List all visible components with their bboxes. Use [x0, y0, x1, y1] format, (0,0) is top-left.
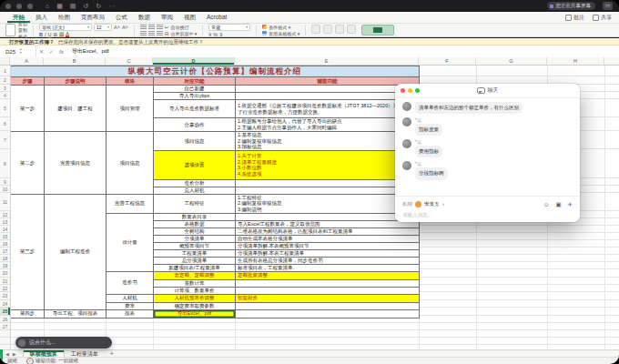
- cell-C12[interactable]: 设计量: [107, 213, 154, 271]
- column-header-C[interactable]: C: [106, 57, 153, 65]
- column-header-D[interactable]: D: [153, 57, 235, 65]
- currency-format-icon[interactable]: ¥: [208, 32, 211, 37]
- increase-font-icon[interactable]: A˄: [114, 25, 120, 30]
- column-header-E[interactable]: E: [235, 57, 419, 65]
- cell-E12[interactable]: [236, 213, 420, 220]
- row-header-5[interactable]: 5: [0, 99, 10, 117]
- row-header-6[interactable]: 6: [0, 117, 10, 131]
- comma-format-icon[interactable]: 9: [219, 32, 222, 37]
- confirm-entry-icon[interactable]: ✓: [49, 48, 54, 55]
- column-header-H[interactable]: H: [547, 57, 604, 65]
- accessibility-status[interactable]: ✓ 辅助功能: 一切就绪: [26, 358, 78, 364]
- cell-D21[interactable]: 基数计算: [154, 279, 236, 287]
- chat-input[interactable]: 请输入消息...: [402, 209, 573, 222]
- ribbon-tab-视图[interactable]: 视图: [178, 12, 201, 23]
- align-middle-icon[interactable]: [148, 31, 155, 35]
- undo-icon[interactable]: ↺: [83, 0, 88, 12]
- cell-E5[interactable]: 1.依据交通部《公路工程建设项目造价数据标准（JTGT 3812—2020）》，…: [236, 100, 420, 118]
- align-right-icon[interactable]: [157, 25, 163, 29]
- cell-C24[interactable]: 费率: [107, 302, 154, 309]
- row-header-22[interactable]: 22: [0, 285, 10, 292]
- home-icon[interactable]: ⌂: [46, 0, 49, 12]
- cell-E8[interactable]: 1.关于计算 2.清单工程量精度 3.小数位数 4.系统选项: [236, 150, 420, 179]
- decrease-font-icon[interactable]: A˅: [122, 25, 128, 30]
- cell-D16[interactable]: 概预算项目节: [154, 242, 236, 249]
- column-header-B[interactable]: B: [44, 57, 106, 65]
- align-left-icon[interactable]: [140, 25, 147, 29]
- number-format-select[interactable]: 常规▾: [208, 24, 250, 31]
- paste-button[interactable]: [5, 24, 15, 36]
- cell-E6[interactable]: 1.根据账号分享给他人，代替了导入导出的缺点 2.主编人根据节点分享协作人，大家…: [236, 118, 420, 132]
- cell-A7[interactable]: 第二步: [11, 132, 45, 195]
- row-header-7[interactable]: 7: [0, 131, 10, 149]
- ribbon-extra-button[interactable]: [335, 25, 344, 34]
- screen-sharing-indicator[interactable]: 您正在共享屏幕: [547, 2, 596, 10]
- cell-E20[interactable]: 定额批量调整: [236, 271, 420, 279]
- cell-E25[interactable]: [236, 309, 420, 318]
- cell-D20[interactable]: 套定额、定额调整: [154, 271, 236, 279]
- cell-E18[interactable]: 生成所有表格总分项清单，同步造价书: [236, 257, 420, 264]
- row-header-8[interactable]: 8: [0, 149, 10, 178]
- comments-button[interactable]: 批注: [565, 14, 584, 22]
- borders-icon[interactable]: ⊞: [54, 32, 58, 37]
- cell-D22[interactable]: 计算项、数量单价: [154, 287, 236, 294]
- ribbon-extra-button[interactable]: [311, 25, 320, 34]
- cell-D24[interactable]: 确定费率取费参数: [154, 302, 236, 309]
- cell-C20[interactable]: 造价书: [107, 271, 154, 294]
- row-header-4[interactable]: 4: [0, 92, 10, 99]
- cell-E24[interactable]: [236, 302, 420, 309]
- recipient-chevron-icon[interactable]: ∨: [442, 202, 445, 207]
- cell-C25[interactable]: 报表: [107, 309, 154, 318]
- cell-D18[interactable]: 总分项清单: [154, 257, 236, 264]
- column-header-G[interactable]: G: [476, 57, 547, 65]
- row-header-27[interactable]: 27: [0, 323, 10, 330]
- cancel-entry-icon[interactable]: ✕: [39, 48, 44, 55]
- close-window-icon[interactable]: [5, 4, 11, 9]
- fill-color-icon[interactable]: ▨: [59, 32, 64, 37]
- italic-button[interactable]: I: [45, 32, 46, 37]
- row-header-3[interactable]: 3: [0, 85, 10, 92]
- row-header-23[interactable]: 23: [0, 292, 10, 300]
- cell-D14[interactable]: 全树结构: [154, 228, 236, 235]
- cell-C23[interactable]: 人材机: [107, 294, 154, 302]
- row-header-1[interactable]: 1: [0, 66, 10, 76]
- column-header-F[interactable]: F: [419, 57, 476, 65]
- cell-D11[interactable]: 工程特征: [154, 194, 236, 213]
- cell-D15[interactable]: 分项清单: [154, 235, 236, 242]
- chat-zoom-icon[interactable]: [415, 88, 420, 93]
- cell-styles-preview[interactable]: [361, 25, 394, 35]
- cell-D13[interactable]: 表格数据: [154, 220, 236, 228]
- row-header-19[interactable]: 19: [0, 262, 10, 269]
- share-button[interactable]: 共享: [593, 14, 612, 22]
- chat-titlebar[interactable]: 聊天: [395, 84, 580, 98]
- bold-button[interactable]: B: [39, 32, 43, 37]
- more-icon[interactable]: ⋯: [108, 0, 115, 12]
- ribbon-tab-Acrobat[interactable]: Acrobat: [201, 12, 232, 23]
- copy-button[interactable]: 复制: [18, 27, 27, 33]
- redo-icon[interactable]: ↻: [96, 0, 101, 12]
- name-box-stepper[interactable]: ▲▼: [19, 48, 22, 55]
- cell-E11[interactable]: 1.工程特征 2.编制复核审核信息 3.编制说明: [236, 194, 420, 213]
- cell-E9[interactable]: [236, 179, 420, 187]
- cell-D8[interactable]: 选项设置: [154, 150, 236, 179]
- save-icon[interactable]: ▤: [70, 0, 76, 12]
- cell-B25[interactable]: 导出工程、项目报表: [45, 309, 107, 318]
- row-header-14[interactable]: 14: [0, 226, 10, 233]
- cell-E23[interactable]: 智能材价: [236, 294, 420, 302]
- row-header-21[interactable]: 21: [0, 278, 10, 285]
- cell-D9[interactable]: 造价分析: [154, 179, 236, 187]
- ribbon-extra-button[interactable]: [347, 25, 356, 34]
- ribbon-tab-绘图[interactable]: 绘图: [53, 12, 76, 23]
- say-something-prompt[interactable]: 说点什么...: [15, 337, 112, 349]
- cell-D23[interactable]: 人材机预算价调整: [154, 294, 236, 302]
- row-header-16[interactable]: 16: [0, 240, 10, 248]
- cell-D7[interactable]: 项目信息: [154, 132, 236, 151]
- align-top-icon[interactable]: [140, 31, 147, 35]
- row-header-24[interactable]: 24: [0, 300, 10, 308]
- cell-A1[interactable]: 纵横大司空云计价【公路预算】编制流程介绍: [11, 66, 420, 77]
- announce-icon[interactable]: ✈: [568, 201, 573, 208]
- cell-C7[interactable]: 项目信息: [107, 132, 154, 195]
- ribbon-tab-页面布局[interactable]: 页面布局: [76, 12, 110, 23]
- wrap-text-icon[interactable]: ↩: [165, 25, 169, 30]
- row-header-18[interactable]: 18: [0, 255, 10, 262]
